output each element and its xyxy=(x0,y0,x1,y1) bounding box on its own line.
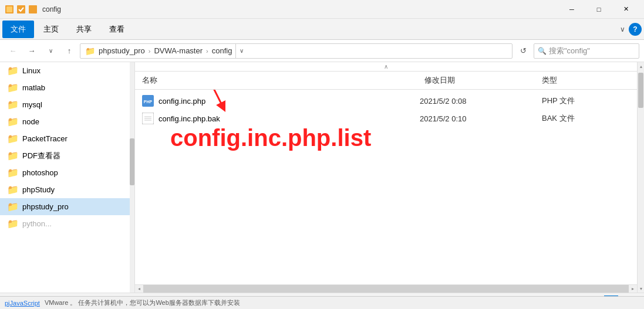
sidebar-item-pdf[interactable]: 📁 PDF查看器 xyxy=(0,147,130,164)
sidebar-label: node xyxy=(22,117,39,126)
sidebar: 📁 Linux 📁 matlab 📁 mysql 📁 node 📁 xyxy=(0,62,135,293)
file-type-1: PHP 文件 xyxy=(542,96,630,106)
folder-icon: 📁 xyxy=(7,150,19,161)
toolbar-icon-2 xyxy=(28,5,38,14)
sidebar-item-packettracer[interactable]: 📁 PacketTracer xyxy=(0,130,130,147)
help-button[interactable]: ? xyxy=(629,23,642,36)
window-controls: ─ □ ✕ xyxy=(558,0,639,19)
vscroll-down[interactable]: ▾ xyxy=(638,284,644,293)
folder-icon: 📁 xyxy=(7,82,19,93)
recent-button[interactable]: ∨ xyxy=(42,43,59,59)
file-name-1: config.inc.php xyxy=(159,97,415,106)
taskbar-text: pjJavaScript xyxy=(5,300,40,307)
ribbon-chevron[interactable]: ∨ xyxy=(620,25,625,33)
col-date-header: 修改日期 xyxy=(424,75,542,86)
ribbon-tab-home[interactable]: 主页 xyxy=(35,21,67,38)
hscroll-thumb xyxy=(143,285,629,293)
search-box[interactable]: 🔍 搜索"config" xyxy=(534,43,639,59)
folder-icon: 📁 xyxy=(7,133,19,144)
ribbon: 文件 主页 共享 查看 ∨ ? xyxy=(0,19,644,40)
taskbar-strip: pjJavaScript VMware 。 任务共计算机中，您可以为Web服务器… xyxy=(0,296,644,309)
title-bar: config ─ □ ✕ xyxy=(0,0,644,19)
forward-button[interactable]: → xyxy=(23,43,40,59)
hscroll-right[interactable]: ▸ xyxy=(629,285,637,293)
col-type-header: 类型 xyxy=(542,75,630,86)
path-part-3: config xyxy=(212,46,232,55)
folder-icon: 📁 xyxy=(7,116,19,127)
hscroll-track[interactable] xyxy=(143,285,629,293)
sidebar-label: phpstudy_pro xyxy=(22,202,69,211)
path-part-2: DVWA-master xyxy=(154,46,203,55)
back-button[interactable]: ← xyxy=(5,43,21,59)
sidebar-item-matlab[interactable]: 📁 matlab xyxy=(0,79,130,96)
minimize-button[interactable]: ─ xyxy=(558,0,585,19)
file-date-1: 2021/5/2 0:08 xyxy=(420,97,537,106)
sidebar-item-phpstudy[interactable]: 📁 phpStudy xyxy=(0,181,130,198)
vscroll-right: ▴ ▾ xyxy=(637,62,644,293)
path-dropdown[interactable]: ∨ xyxy=(235,43,247,59)
window-title: config xyxy=(42,5,61,13)
col-name-header: 名称 xyxy=(142,75,424,86)
folder-icon: 📁 xyxy=(7,65,19,76)
vscroll-track[interactable] xyxy=(638,70,644,284)
search-icon: 🔍 xyxy=(538,47,547,55)
file-date-2: 2021/5/2 0:10 xyxy=(420,114,537,123)
svg-text:PHP: PHP xyxy=(144,100,153,104)
path-sep-2: › xyxy=(206,47,208,55)
path-part-1: phpstudy_pro xyxy=(99,46,145,55)
svg-rect-1 xyxy=(6,6,12,12)
folder-icon: 📁 xyxy=(7,167,19,178)
folder-icon: 📁 xyxy=(7,218,19,229)
folder-icon: 📁 xyxy=(7,184,19,195)
sidebar-label: matlab xyxy=(22,83,45,92)
scroll-up-button[interactable]: ∧ xyxy=(135,62,637,72)
up-button[interactable]: ↑ xyxy=(61,43,77,59)
svg-rect-3 xyxy=(29,5,37,13)
file-item-2[interactable]: config.inc.php.bak 2021/5/2 0:10 BAK 文件 xyxy=(135,110,637,127)
sidebar-item-python[interactable]: 📁 python... xyxy=(0,215,130,232)
ribbon-expand: ∨ ? xyxy=(620,23,642,36)
taskbar-info: VMware 。 任务共计算机中，您可以为Web服务器数据库下载并安装 xyxy=(45,298,240,307)
sidebar-label: mysql xyxy=(22,100,42,109)
sidebar-item-photoshop[interactable]: 📁 photoshop xyxy=(0,164,130,181)
sidebar-label: phpStudy xyxy=(22,185,55,194)
address-path[interactable]: 📁 phpstudy_pro › DVWA-master › config ∨ xyxy=(80,43,512,59)
sidebar-label: PacketTracer xyxy=(22,134,68,143)
vscroll-up[interactable]: ▴ xyxy=(638,62,644,70)
app-icon xyxy=(5,5,14,14)
folder-icon: 📁 xyxy=(7,201,19,212)
address-bar: ← → ∨ ↑ 📁 phpstudy_pro › DVWA-master › c… xyxy=(0,40,644,62)
ribbon-tab-view[interactable]: 查看 xyxy=(101,21,133,38)
folder-icon: 📁 xyxy=(7,99,19,110)
search-text: 搜索"config" xyxy=(549,46,590,56)
sidebar-label: Linux xyxy=(22,66,41,75)
file-item-1[interactable]: PHP config.inc.php 2021/5/2 0:08 PHP 文件 xyxy=(135,92,637,110)
title-bar-app-icons xyxy=(5,5,38,14)
ribbon-tab-share[interactable]: 共享 xyxy=(68,21,100,38)
file-list: PHP config.inc.php 2021/5/2 0:08 PHP 文件 xyxy=(135,90,637,284)
sidebar-label: photoshop xyxy=(22,168,58,177)
hscroll-left[interactable]: ◂ xyxy=(135,285,143,293)
refresh-button[interactable]: ↺ xyxy=(515,43,531,59)
path-sep-1: › xyxy=(149,47,151,55)
file-name-2: config.inc.php.bak xyxy=(159,114,415,123)
content-area: ∧ 名称 修改日期 类型 PHP config.inc.php 2021/5/2… xyxy=(135,62,637,293)
ribbon-tab-file[interactable]: 文件 xyxy=(2,21,34,38)
sidebar-item-linux[interactable]: 📁 Linux xyxy=(0,62,130,79)
sidebar-label: PDF查看器 xyxy=(22,151,60,161)
annotation-text: config.inc.php.list xyxy=(170,125,371,151)
close-button[interactable]: ✕ xyxy=(612,0,639,19)
file-icon-bak xyxy=(142,113,154,124)
sidebar-scrollbar[interactable] xyxy=(130,62,134,293)
file-type-2: BAK 文件 xyxy=(542,113,630,124)
sidebar-label: python... xyxy=(22,219,52,228)
hscroll: ◂ ▸ xyxy=(135,284,637,293)
toolbar-icon-1 xyxy=(16,5,26,14)
sidebar-item-node[interactable]: 📁 node xyxy=(0,113,130,130)
maximize-button[interactable]: □ xyxy=(585,0,612,19)
column-headers: 名称 修改日期 类型 xyxy=(135,72,637,90)
file-icon-php: PHP xyxy=(142,95,154,107)
sidebar-item-mysql[interactable]: 📁 mysql xyxy=(0,96,130,113)
sidebar-scrollbar-thumb xyxy=(130,138,134,185)
sidebar-item-phpstudy-pro[interactable]: 📁 phpstudy_pro xyxy=(0,198,130,215)
